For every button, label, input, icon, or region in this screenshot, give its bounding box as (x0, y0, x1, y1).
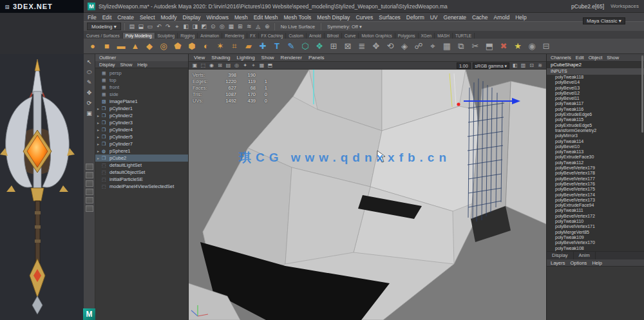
shelf-tool-icon[interactable]: T (270, 40, 283, 53)
outliner-item[interactable]: ▦ top (95, 77, 188, 84)
shelf-tool-icon[interactable]: ◉ (526, 40, 538, 53)
expand-arrow[interactable]: ▸ (97, 135, 102, 139)
shape-node-name[interactable]: pCubeShape2 (547, 62, 644, 68)
shelf-tool-icon[interactable]: ▲ (129, 40, 142, 53)
history-node[interactable]: polyTweak118 (547, 75, 644, 80)
status-icon[interactable]: ⊙ (209, 23, 217, 30)
history-node[interactable]: polyTweak110 (547, 219, 644, 224)
shelf-tool-icon[interactable]: ✂ (469, 40, 482, 53)
outliner-item[interactable]: ⬚ initialParticleSE (95, 176, 188, 183)
layout-preset-button[interactable] (86, 180, 93, 187)
status-icon[interactable]: ↷ (164, 23, 172, 30)
expand-arrow[interactable]: ▸ (97, 120, 102, 125)
shelf-tool-icon[interactable]: ❖ (313, 40, 326, 53)
viewport-toolbar-icon[interactable]: ⌖ (250, 62, 257, 69)
viewport-toolbar-icon[interactable]: ✦ (242, 62, 249, 69)
expand-arrow[interactable]: ▸ (97, 142, 102, 146)
history-node[interactable]: polyBevelVertex171 (547, 224, 644, 229)
status-icon[interactable]: ⌖ (173, 23, 181, 30)
history-node[interactable]: polyBevelVertex173 (547, 198, 644, 203)
shelf-tab[interactable]: Polygons (395, 33, 419, 39)
menu-item[interactable]: Cache (472, 14, 488, 21)
expand-arrow[interactable]: ▸ (97, 156, 102, 160)
outliner-menu-item[interactable]: Show (120, 62, 133, 68)
outliner-menu-item[interactable]: Display (99, 62, 115, 68)
viewport-toolbar-icon[interactable]: ⬒ (267, 62, 274, 69)
history-node[interactable]: polyTweak111 (547, 208, 644, 213)
shelf-tool-icon[interactable]: ▦ (440, 40, 453, 53)
outliner-item[interactable]: ▨ imagePlane1 (95, 98, 188, 105)
channel-box-menu-item[interactable]: Channels (551, 55, 571, 61)
shelf-tool-icon[interactable]: ☍ (412, 40, 425, 53)
menu-item[interactable]: Mesh Tools (284, 14, 312, 21)
menu-item[interactable]: Select (140, 14, 155, 21)
history-node[interactable]: polyBevelVertex174 (547, 193, 644, 198)
status-icon[interactable]: ◨ (191, 23, 199, 30)
viewport-toolbar-icon[interactable]: ⊞ (216, 62, 223, 69)
shelf-tool-icon[interactable]: ★ (511, 40, 524, 53)
viewport-canvas[interactable]: Verts: 398 190 Edges: 1220 119 1 Faces: … (189, 70, 546, 320)
shelf-tab[interactable]: Curve (342, 33, 359, 39)
viewport-menu-item[interactable]: Lighting (237, 55, 255, 61)
viewport-toolbar-icon[interactable]: ▦ (258, 62, 265, 69)
history-node[interactable]: transformGeometry2 (547, 128, 644, 133)
toolbox-tool-icon[interactable]: ▣ (85, 109, 94, 118)
shelf-tool-icon[interactable]: ◆ (143, 40, 156, 53)
menu-item[interactable]: Surfaces (379, 14, 401, 21)
shelf-tool-icon[interactable]: ✖ (497, 40, 510, 53)
viewport-toolbar-icon[interactable]: ≋ (536, 62, 544, 69)
view-transform-dropdown[interactable]: sRGB gamma ▾ (473, 62, 509, 69)
shelf-tool-icon[interactable]: ✥ (370, 40, 383, 53)
toolbox-tool-icon[interactable]: ↖ (85, 57, 94, 66)
menu-item[interactable]: Windows (206, 14, 228, 21)
shelf-tool-icon[interactable]: ◐ (200, 40, 213, 53)
history-node[interactable]: polyBevelVertex179 (547, 165, 644, 171)
shelf-tab[interactable]: Poly Modeling (123, 33, 155, 39)
shelf-tool-icon[interactable]: ⌗ (228, 40, 241, 53)
viewport-toolbar-icon[interactable]: ▣ (191, 62, 198, 69)
history-node[interactable]: polyMergeVert85 (547, 230, 644, 235)
history-node[interactable]: polyTweak113 (547, 149, 644, 155)
shelf-tool-icon[interactable]: ⬒ (483, 40, 496, 53)
shelf-tab[interactable]: Animation (198, 33, 222, 39)
history-node[interactable]: polyBevelVertex175 (547, 187, 644, 192)
history-node[interactable]: polyBevel13 (547, 86, 644, 91)
layout-preset-button[interactable] (86, 205, 93, 212)
history-node[interactable]: polyBevel14 (547, 80, 644, 85)
menu-item[interactable]: Generate (444, 14, 466, 21)
workspace-dropdown[interactable]: Maya Classic ▾ (583, 14, 625, 25)
outliner-item[interactable]: ⬚ modelPanel4ViewSelectedSet (95, 183, 188, 190)
shelf-tool-icon[interactable]: ▰ (242, 40, 255, 53)
shelf-tool-icon[interactable]: ⊟ (540, 40, 553, 53)
menu-item[interactable]: File (88, 14, 97, 21)
shelf-tool-icon[interactable]: ⬡ (299, 40, 312, 53)
menu-item[interactable]: Help (515, 14, 526, 21)
shelf-tool-icon[interactable]: ⊞ (327, 40, 340, 53)
history-node[interactable]: polyTweak108 (547, 246, 644, 251)
expand-arrow[interactable]: ▸ (97, 149, 102, 153)
symmetry-dropdown[interactable]: Symmetry: Off ▾ (327, 24, 362, 30)
menu-item[interactable]: Deform (406, 14, 424, 21)
shelf-tool-icon[interactable]: ◎ (157, 40, 170, 53)
layer-editor-tab[interactable]: Display (547, 252, 574, 259)
history-node[interactable]: polyBevelVertex178 (547, 171, 644, 176)
expand-arrow[interactable]: ▸ (97, 106, 102, 111)
shelf-tool-icon[interactable]: ● (86, 40, 99, 53)
status-icon[interactable]: ▦ (227, 23, 235, 30)
history-node[interactable]: polyBevel12 (547, 91, 644, 96)
layout-preset-button[interactable] (86, 197, 93, 203)
menu-set-dropdown[interactable]: Modeling ▾ (87, 23, 121, 30)
shelf-tool-icon[interactable]: ▬ (115, 40, 128, 53)
outliner-item[interactable]: ▸ ❒ pCylinder2 (95, 112, 188, 119)
status-icon[interactable]: ↶ (155, 23, 163, 30)
outliner-item[interactable]: ▦ side (95, 91, 188, 98)
status-icon[interactable]: ◩ (200, 23, 208, 30)
menu-item[interactable]: Mesh (234, 14, 248, 21)
menu-item[interactable]: Display (183, 14, 201, 21)
live-surface-field[interactable]: No Live Surface (281, 24, 315, 30)
history-node[interactable]: polyBevelVertex170 (547, 240, 644, 245)
outliner-item[interactable]: ⬚ defaultObjectSet (95, 169, 188, 176)
outliner-item[interactable]: ▸ ❒ pCylinder3 (95, 119, 188, 126)
history-node[interactable]: polyTweak115 (547, 117, 644, 122)
outliner-menu-item[interactable]: Help (137, 62, 147, 68)
